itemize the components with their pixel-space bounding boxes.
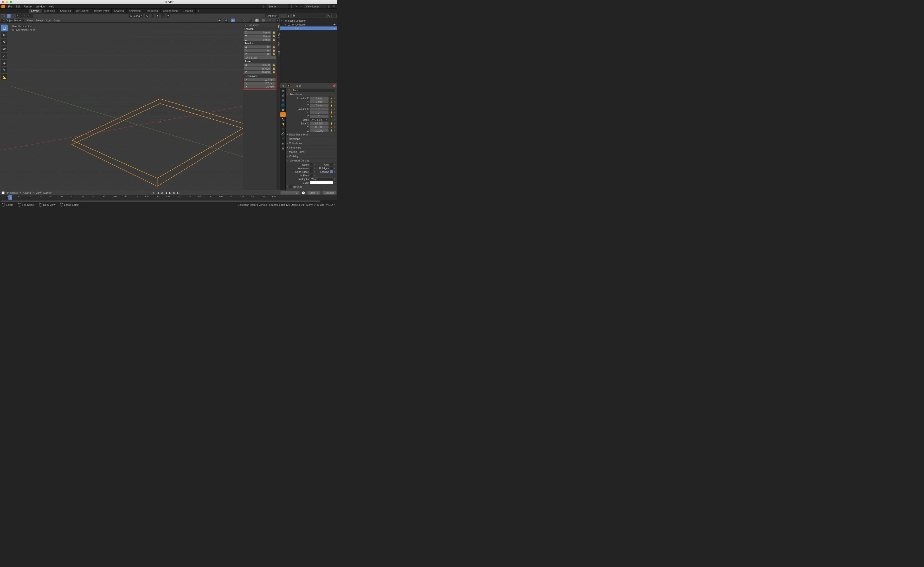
prop-tab-physics[interactable]: ⚛: [280, 127, 286, 131]
tool-select-box[interactable]: ▢: [1, 24, 8, 31]
viewport-menu-add[interactable]: Add: [46, 19, 51, 22]
proportional-falloff[interactable]: ▾: [166, 14, 170, 18]
dimensions-z[interactable]: Z20 mm: [244, 85, 276, 88]
editor-type-button[interactable]: [1, 14, 5, 18]
prop-viewport-display[interactable]: Viewport Display: [286, 159, 336, 162]
object-name-field[interactable]: floor: [291, 88, 335, 92]
tree-scene-collection[interactable]: ▾▭ Scene Collection: [280, 19, 337, 22]
delete-viewlayer-icon[interactable]: ✕: [332, 5, 335, 8]
viewlayer-field[interactable]: View Layer: [304, 4, 326, 8]
jump-prev-key[interactable]: ◀|: [160, 191, 164, 195]
outliner-new-collection[interactable]: +: [332, 14, 336, 18]
close-window-button[interactable]: [2, 1, 4, 3]
proportional-edit-toggle[interactable]: ○: [161, 14, 165, 18]
tool-move[interactable]: ✥: [1, 39, 8, 45]
lock-loc-y[interactable]: 🔓: [272, 34, 276, 38]
vd-shadow-check[interactable]: [330, 170, 333, 174]
prop-tab-material[interactable]: ◉: [280, 141, 286, 146]
menu-file[interactable]: File: [8, 5, 12, 8]
timeline-view[interactable]: View: [36, 191, 41, 194]
options-dropdown[interactable]: Options▾: [265, 14, 279, 18]
scale-x[interactable]: X88.500: [243, 63, 272, 67]
start-frame[interactable]: Start1: [307, 191, 321, 195]
pivot-3[interactable]: ・: [22, 14, 27, 18]
location-y[interactable]: Y0 mm: [243, 34, 272, 38]
location-x[interactable]: X0 mm: [243, 31, 272, 34]
outliner-display-mode[interactable]: ▾: [286, 14, 290, 18]
workspace-tab-scripting[interactable]: Scripting: [180, 9, 196, 13]
vd-color[interactable]: [310, 181, 333, 184]
workspace-tab-uvediting[interactable]: UV Editing: [74, 9, 91, 13]
vd-alledges-check[interactable]: [330, 166, 333, 170]
rotation-x[interactable]: X0°: [243, 45, 272, 49]
minimize-window-button[interactable]: [6, 1, 8, 3]
workspace-tab-layout[interactable]: Layout: [29, 9, 42, 13]
properties-pin[interactable]: ▾: [286, 84, 290, 88]
prop-transform-header[interactable]: Transform: [286, 92, 336, 96]
pivot-5[interactable]: ・: [30, 14, 34, 18]
object-types-visibility[interactable]: 👁: [218, 18, 221, 22]
lock-rot-y[interactable]: 🔓: [272, 49, 276, 52]
prop-tab-scene[interactable]: 🌐: [280, 102, 286, 107]
new-scene-icon[interactable]: ⎘: [290, 5, 293, 8]
prop-instancing[interactable]: ▸Instancing: [286, 146, 336, 150]
menu-edit[interactable]: Edit: [16, 5, 21, 8]
new-viewlayer-icon[interactable]: ⎘: [327, 5, 331, 8]
rotation-mode[interactable]: XYZ Euler: [243, 56, 276, 60]
dimensions-x[interactable]: X177 mm: [244, 78, 276, 81]
lock-scale-x[interactable]: 🔓: [272, 63, 276, 67]
workspace-tab-rendering[interactable]: Rendering: [143, 9, 160, 13]
jump-end[interactable]: ▶|: [176, 191, 180, 195]
shading-solid[interactable]: [255, 18, 259, 22]
tool-cursor[interactable]: ⊕: [1, 32, 8, 38]
play-reverse[interactable]: ◀: [164, 191, 168, 195]
workspace-tab-animation[interactable]: Animation: [127, 9, 143, 13]
rotation-z[interactable]: Z0°: [243, 52, 272, 56]
snap-toggle[interactable]: ⊓: [150, 14, 154, 18]
shading-wireframe[interactable]: [248, 18, 252, 22]
prop-loc-x[interactable]: 0 mm: [310, 96, 329, 100]
tool-rotate[interactable]: ⟳: [1, 45, 8, 52]
viewport-menu-view[interactable]: View: [27, 19, 33, 22]
lock-scale-y[interactable]: 🔓: [272, 67, 276, 70]
hide-icon[interactable]: 👁: [333, 27, 336, 30]
prop-tab-texture[interactable]: ▦: [280, 146, 286, 151]
snap-target[interactable]: ▾: [156, 14, 159, 18]
add-workspace-button[interactable]: +: [196, 9, 201, 13]
n-tab-view[interactable]: View: [276, 40, 280, 50]
prop-tab-constraints[interactable]: 🔗: [280, 131, 286, 136]
vd-texspace-check[interactable]: [310, 170, 313, 174]
tool-transform[interactable]: ◈: [1, 60, 8, 66]
pivot-4[interactable]: ・: [26, 14, 30, 18]
prop-loc-z[interactable]: 0 mm: [310, 104, 329, 107]
n-tab-item[interactable]: Item: [276, 22, 280, 31]
playhead[interactable]: 1: [8, 195, 12, 200]
prop-rot-x[interactable]: 0°: [310, 107, 329, 111]
prop-tab-render[interactable]: ▣: [280, 88, 286, 93]
tool-annotate[interactable]: ✎: [1, 66, 8, 73]
pivot-1[interactable]: ・: [15, 14, 19, 18]
vd-wireframe-check[interactable]: [310, 166, 313, 170]
tool-scale[interactable]: ⤢: [1, 52, 8, 59]
maximize-window-button[interactable]: [10, 1, 12, 3]
pin-icon[interactable]: 📌: [333, 84, 336, 87]
outliner-filter[interactable]: ▽: [327, 14, 331, 18]
xray-toggle[interactable]: ▢: [242, 18, 245, 22]
jump-start[interactable]: |◀: [156, 191, 160, 195]
overlays-toggle[interactable]: ◉: [231, 18, 235, 22]
viewport-menu-object[interactable]: Object: [53, 19, 61, 22]
prop-scale-x[interactable]: 88.500: [310, 122, 329, 125]
play-forward[interactable]: ▶: [168, 191, 172, 195]
delete-scene-icon[interactable]: ✕: [294, 5, 298, 8]
vd-name-check[interactable]: [310, 163, 313, 166]
prop-delta-transform[interactable]: ▸Delta Transform: [286, 133, 336, 136]
timeline-ruler[interactable]: 1 01020304050607080901001101201301401501…: [0, 195, 337, 200]
blender-logo-icon[interactable]: [2, 5, 5, 8]
cursor-tool-icon[interactable]: ▸: [7, 14, 10, 18]
prop-tab-output[interactable]: 🖨: [280, 93, 286, 98]
tree-object-floor[interactable]: ▸▽ floor ▽ 👁: [280, 27, 337, 30]
vd-display-as[interactable]: Wire▾: [310, 177, 333, 181]
workspace-tab-modeling[interactable]: Modeling: [42, 9, 58, 13]
outliner-search[interactable]: 🔍: [291, 14, 326, 18]
n-tab-tool[interactable]: Tool: [276, 31, 280, 40]
